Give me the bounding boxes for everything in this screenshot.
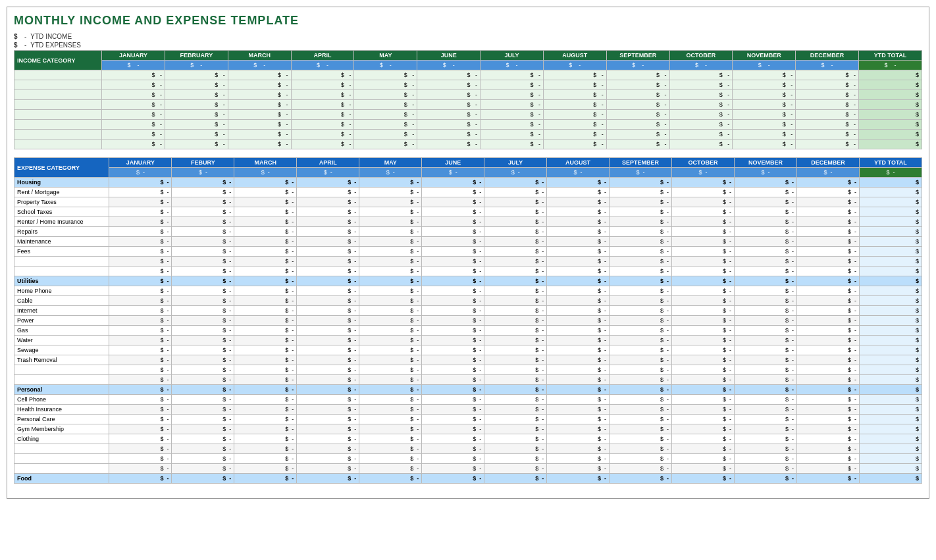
expense-val-cell[interactable]: $ - [234,188,297,197]
expense-val-cell[interactable]: $ - [234,395,297,405]
expense-val-cell[interactable]: $ - [234,434,297,444]
expense-val-cell[interactable]: $ - [234,247,297,257]
income-val-3-2[interactable]: $ - [228,100,291,110]
expense-val-cell[interactable]: $ - [172,355,234,365]
expense-val-cell[interactable]: $ - [297,464,359,474]
expense-val-cell[interactable]: $ - [172,188,234,197]
expense-val-cell[interactable]: $ - [109,375,172,385]
expense-val-cell[interactable]: $ - [109,286,172,296]
expense-ytd-cell[interactable]: $ [859,355,922,365]
expense-val-cell[interactable]: $ - [172,395,234,405]
expense-val-cell[interactable]: $ - [735,296,797,306]
expense-val-cell[interactable]: $ - [796,188,859,197]
expense-val-cell[interactable]: $ - [796,405,859,415]
expense-val-cell[interactable]: $ - [109,355,172,365]
expense-val-cell[interactable]: $ - [547,207,610,217]
expense-val-cell[interactable]: $ - [297,424,359,434]
income-val-6-2[interactable]: $ - [228,130,291,140]
income-val-2-5[interactable]: $ - [417,90,481,100]
expense-val-cell[interactable]: $ - [610,207,672,217]
expense-val-cell[interactable]: $ - [234,345,297,355]
income-val-4-11[interactable]: $ - [796,110,859,120]
income-val-7-4[interactable]: $ - [354,140,417,149]
expense-val-cell[interactable]: $ - [172,207,234,217]
expense-val-cell[interactable]: $ - [484,415,547,424]
expense-val-cell[interactable]: $ - [796,306,859,316]
expense-val-cell[interactable]: $ - [172,434,234,444]
income-val-2-8[interactable]: $ - [606,90,669,100]
expense-val-cell[interactable]: $ - [234,286,297,296]
expense-ytd-cell[interactable]: $ [859,237,922,247]
expense-val-cell[interactable]: $ - [484,444,547,454]
expense-val-cell[interactable]: $ - [422,405,484,415]
expense-val-cell[interactable]: $ - [234,464,297,474]
income-val-0-3[interactable]: $ - [291,70,354,80]
expense-val-cell[interactable]: $ - [610,316,672,326]
income-val-1-8[interactable]: $ - [606,80,669,90]
income-val-0-2[interactable]: $ - [228,70,291,80]
expense-val-cell[interactable]: $ - [547,434,610,444]
expense-val-cell[interactable]: $ - [234,424,297,434]
expense-val-cell[interactable]: $ - [109,365,172,375]
income-ytd-cell-7[interactable]: $ [859,140,922,149]
income-ytd-cell-2[interactable]: $ [859,90,922,100]
expense-label-cell[interactable]: Clothing [14,434,109,444]
expense-val-cell[interactable]: $ - [735,326,797,336]
income-val-0-4[interactable]: $ - [354,70,417,80]
expense-val-cell[interactable]: $ - [422,415,484,424]
expense-val-cell[interactable]: $ - [610,365,672,375]
expense-ytd-cell[interactable]: $ [859,197,922,207]
income-ytd-cell-4[interactable]: $ [859,110,922,120]
expense-val-cell[interactable]: $ - [422,474,484,484]
expense-val-cell[interactable]: $ - [297,405,359,415]
income-val-0-6[interactable]: $ - [481,70,544,80]
expense-val-cell[interactable]: $ - [172,424,234,434]
expense-val-cell[interactable]: $ - [610,217,672,227]
income-val-0-9[interactable]: $ - [669,70,733,80]
income-val-3-10[interactable]: $ - [733,100,796,110]
expense-val-cell[interactable]: $ - [234,296,297,306]
income-val-3-6[interactable]: $ - [481,100,544,110]
expense-val-cell[interactable]: $ - [359,247,422,257]
expense-val-cell[interactable]: $ - [796,474,859,484]
expense-val-cell[interactable]: $ - [484,267,547,276]
expense-val-cell[interactable]: $ - [297,257,359,267]
expense-val-cell[interactable]: $ - [796,385,859,395]
expense-val-cell[interactable]: $ - [297,207,359,217]
expense-val-cell[interactable]: $ - [610,474,672,484]
expense-val-cell[interactable]: $ - [297,454,359,464]
expense-val-cell[interactable]: $ - [297,415,359,424]
expense-val-cell[interactable]: $ - [422,444,484,454]
expense-val-cell[interactable]: $ - [672,385,735,395]
expense-val-cell[interactable]: $ - [735,405,797,415]
expense-val-cell[interactable]: $ - [547,336,610,345]
expense-val-cell[interactable]: $ - [297,474,359,484]
expense-val-cell[interactable]: $ - [109,237,172,247]
expense-val-cell[interactable]: $ - [796,395,859,405]
expense-val-cell[interactable]: $ - [610,247,672,257]
income-val-3-0[interactable]: $ - [102,100,165,110]
expense-val-cell[interactable]: $ - [172,306,234,316]
expense-val-cell[interactable]: $ - [172,474,234,484]
expense-val-cell[interactable]: $ - [297,286,359,296]
expense-val-cell[interactable]: $ - [422,464,484,474]
expense-val-cell[interactable]: $ - [484,385,547,395]
expense-val-cell[interactable]: $ - [109,424,172,434]
expense-val-cell[interactable]: $ - [172,464,234,474]
expense-val-cell[interactable]: $ - [359,365,422,375]
expense-val-cell[interactable]: $ - [672,276,735,286]
income-val-1-10[interactable]: $ - [733,80,796,90]
income-val-2-7[interactable]: $ - [543,90,606,100]
expense-val-cell[interactable]: $ - [297,375,359,385]
expense-label-cell[interactable]: Health Insurance [14,405,109,415]
expense-val-cell[interactable]: $ - [172,345,234,355]
expense-label-cell[interactable]: School Taxes [14,207,109,217]
expense-val-cell[interactable]: $ - [735,237,797,247]
expense-val-cell[interactable]: $ - [109,336,172,345]
expense-val-cell[interactable]: $ - [796,217,859,227]
expense-val-cell[interactable]: $ - [735,474,797,484]
expense-val-cell[interactable]: $ - [796,197,859,207]
expense-val-cell[interactable]: $ - [610,227,672,237]
income-val-3-7[interactable]: $ - [543,100,606,110]
expense-val-cell[interactable]: $ - [297,188,359,197]
